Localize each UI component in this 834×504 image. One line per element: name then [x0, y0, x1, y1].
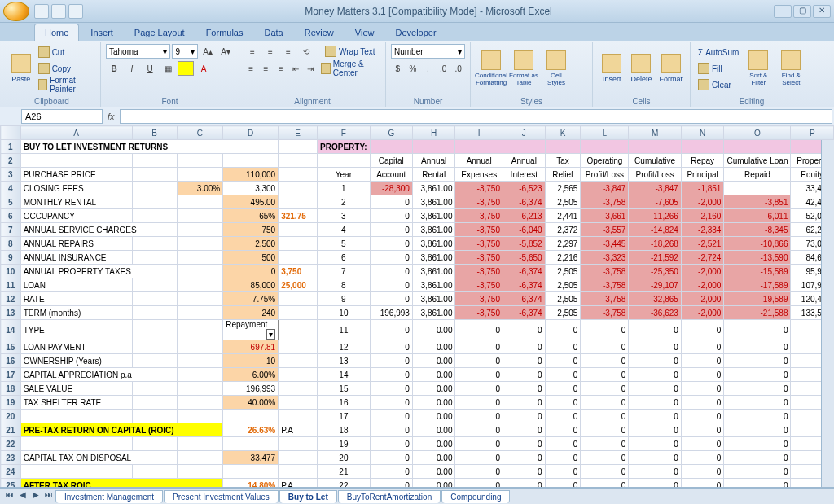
cell[interactable]: MONTHLY RENTAL	[20, 195, 132, 209]
cell[interactable]: 0	[629, 340, 681, 354]
cell[interactable]: 0	[370, 423, 412, 437]
cell[interactable]: 18	[318, 423, 371, 437]
cell[interactable]: -8,345	[724, 223, 791, 237]
cell[interactable]	[132, 437, 177, 451]
cell[interactable]: 0	[681, 368, 724, 382]
cell[interactable]: 19	[318, 437, 371, 451]
cell[interactable]	[177, 382, 222, 396]
cell[interactable]: -6,374	[503, 306, 545, 320]
cell[interactable]: -6,040	[503, 223, 545, 237]
ribbon-tab-view[interactable]: View	[345, 24, 384, 41]
cell[interactable]: -3,750	[455, 223, 503, 237]
cell[interactable]: 13	[318, 354, 371, 368]
cell[interactable]: Rental	[412, 168, 455, 182]
cell[interactable]: 2	[318, 195, 371, 209]
cell[interactable]	[279, 195, 318, 209]
cell[interactable]: 0	[681, 396, 724, 410]
cell[interactable]: -29,107	[629, 278, 681, 292]
row-header[interactable]: 11	[1, 278, 21, 292]
cell[interactable]	[132, 237, 177, 251]
cell[interactable]: -6,011	[724, 209, 791, 223]
cell[interactable]	[177, 223, 222, 237]
cell[interactable]	[279, 237, 318, 251]
cell[interactable]	[132, 340, 177, 354]
row-header[interactable]: 3	[1, 168, 21, 182]
qat-redo-icon[interactable]	[68, 4, 83, 19]
cell[interactable]: 0	[581, 320, 629, 340]
cell[interactable]: 0	[370, 451, 412, 465]
cell[interactable]: PRE-TAX RETURN ON CAPITAL (ROIC)	[20, 423, 223, 437]
cell[interactable]: 85,000	[223, 278, 279, 292]
cell[interactable]	[132, 168, 177, 182]
cell[interactable]: 21	[318, 465, 371, 479]
insert-cells-button[interactable]: Insert	[598, 45, 626, 92]
cell[interactable]: 0	[455, 354, 503, 368]
cell[interactable]: 12	[318, 340, 371, 354]
cell[interactable]: Account	[370, 168, 412, 182]
row-header[interactable]: 21	[1, 423, 21, 437]
cell[interactable]: 0.00	[412, 410, 455, 423]
cell[interactable]: -3,750	[455, 306, 503, 320]
cell[interactable]	[279, 340, 318, 354]
cell[interactable]: 0	[681, 410, 724, 423]
column-header[interactable]: O	[724, 126, 791, 140]
clear-button[interactable]: Clear	[696, 77, 741, 92]
sheet-nav-prev[interactable]: ◀	[16, 490, 29, 503]
cell[interactable]: TAX SHELTER RATE	[20, 396, 132, 410]
office-button[interactable]	[3, 2, 29, 21]
close-button[interactable]: ✕	[813, 5, 831, 18]
align-bottom-button[interactable]: ≡	[280, 44, 296, 59]
cell[interactable]	[177, 154, 222, 168]
cell[interactable]	[132, 320, 177, 340]
cell[interactable]: 0	[503, 382, 545, 396]
column-header[interactable]: B	[132, 126, 177, 140]
qat-undo-icon[interactable]	[51, 4, 66, 19]
cell[interactable]: PURCHASE PRICE	[20, 168, 132, 182]
wrap-text-button[interactable]: Wrap Text	[323, 44, 378, 59]
align-top-button[interactable]: ≡	[244, 44, 261, 59]
cell[interactable]: -3,758	[581, 306, 629, 320]
cell[interactable]: 3.00%	[177, 182, 222, 195]
row-header[interactable]: 20	[1, 410, 21, 423]
cell[interactable]	[177, 320, 222, 340]
cell[interactable]: 0	[545, 340, 581, 354]
cell[interactable]: 2,505	[545, 265, 581, 278]
cell[interactable]: -2,160	[681, 209, 724, 223]
cell[interactable]: -21,592	[629, 251, 681, 265]
cell[interactable]	[503, 140, 545, 154]
cell[interactable]	[177, 451, 222, 465]
cell[interactable]: 3,861.00	[412, 292, 455, 306]
cell[interactable]: 0	[370, 396, 412, 410]
decrease-decimal-button[interactable]: .0	[451, 61, 465, 76]
cell[interactable]: 7.75%	[223, 292, 279, 306]
cell[interactable]: 16	[318, 396, 371, 410]
cell[interactable]	[177, 306, 222, 320]
cell[interactable]: 0	[370, 368, 412, 382]
row-header[interactable]: 5	[1, 195, 21, 209]
cell[interactable]: 2,297	[545, 237, 581, 251]
cell[interactable]: 17	[318, 410, 371, 423]
cell[interactable]: -2,000	[681, 195, 724, 209]
cell[interactable]: 0	[503, 451, 545, 465]
cell[interactable]: 0	[545, 437, 581, 451]
cell[interactable]: TYPE	[20, 320, 132, 340]
row-header[interactable]: 22	[1, 437, 21, 451]
cell[interactable]: 0.00	[412, 382, 455, 396]
cell[interactable]: -3,758	[581, 278, 629, 292]
cell[interactable]: 0	[681, 451, 724, 465]
cell[interactable]	[279, 354, 318, 368]
cell[interactable]: 0	[629, 354, 681, 368]
cell[interactable]: 0	[581, 479, 629, 489]
cell[interactable]: -3,847	[581, 182, 629, 195]
cell[interactable]: -7,605	[629, 195, 681, 209]
cell[interactable]: 0	[581, 382, 629, 396]
align-right-button[interactable]: ≡	[274, 61, 288, 76]
fill-button[interactable]: Fill	[696, 61, 741, 76]
cell[interactable]: RATE	[20, 292, 132, 306]
cell[interactable]	[412, 140, 455, 154]
cell[interactable]: 1	[318, 182, 371, 195]
cell[interactable]: Year	[318, 168, 371, 182]
cell[interactable]: -1,851	[681, 182, 724, 195]
cell[interactable]	[177, 195, 222, 209]
cell[interactable]: 196,993	[370, 306, 412, 320]
